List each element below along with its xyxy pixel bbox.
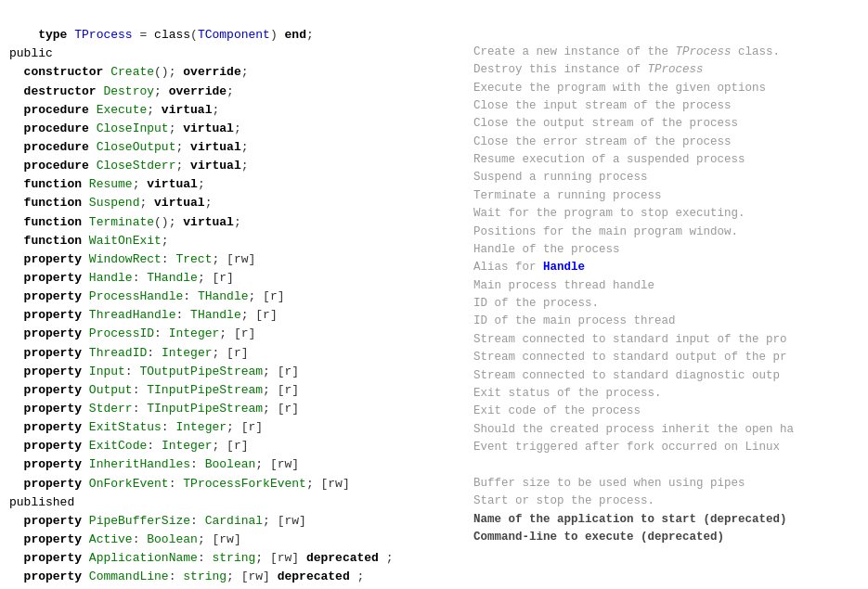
comment-7: Close the output stream of the process [473,115,859,133]
line-13: property WindowRect: Trect; [rw] [9,252,255,266]
line-26: published [9,495,74,509]
line-11: function Terminate(); virtual; [9,215,241,229]
comment-9: Resume execution of a suspended process [473,151,859,169]
line-4: destructor Destroy; override; [9,84,234,98]
line-9: function Resume; virtual; [9,177,205,191]
line-19: property Input: TOutputPipeStream; [r] [9,365,299,378]
line-15: property ProcessHandle: THandle; [r] [9,289,285,303]
line-23: property ExitCode: Integer; [r] [9,439,249,453]
comment-13: Positions for the main program window. [473,224,859,241]
line-12: function WaitOnExit; [9,234,169,248]
comment-30: Command-line to execute (deprecated) [473,529,859,546]
comment-4: Destroy this instance of TProcess [473,61,859,79]
line-3: constructor Create(); override; [9,65,249,79]
comment-6: Close the input stream of the process [473,97,859,115]
line-8: procedure CloseStderr; virtual; [9,159,249,173]
comment-23: Exit code of the process [473,403,859,420]
code-view: type TProcess = class(TComponent) end; p… [0,0,868,589]
comment-27: Buffer size to be used when using pipes [473,475,859,493]
line-14: property Handle: THandle; [r] [9,271,234,285]
comment-19: Stream connected to standard input of th… [473,331,859,349]
line-22: property ExitStatus: Integer; [r] [9,420,263,434]
line-1: type TProcess = class(TComponent) end; [38,28,314,42]
line-17: property ProcessID: Integer; [r] [9,327,255,340]
comment-2 [473,25,859,43]
comment-16: Main process thread handle [473,277,859,295]
line-5: procedure Execute; virtual; [9,103,219,117]
code-left: type TProcess = class(TComponent) end; p… [0,7,464,589]
line-21: property Stderr: TInputPipeStream; [r] [9,402,299,416]
line-2: public [9,46,53,60]
comment-25: Event triggered after fork occurred on L… [473,439,859,456]
comment-14: Handle of the process [473,241,859,259]
line-6: procedure CloseInput; virtual; [9,122,241,135]
line-25: property OnForkEvent: TProcessForkEvent;… [9,477,350,491]
comment-22: Exit status of the process. [473,385,859,403]
comment-15: Alias for Handle [473,259,859,276]
comment-12: Wait for the program to stop executing. [473,205,859,223]
comment-5: Execute the program with the given optio… [473,80,859,97]
line-20: property Output: TInputPipeStream; [r] [9,383,299,397]
comment-18: ID of the main process thread [473,313,859,330]
comment-29: Name of the application to start (deprec… [473,511,859,529]
line-30: property CommandLine: string; [rw] depre… [9,570,364,583]
comment-3: Create a new instance of the TProcess cl… [473,44,859,61]
comment-21: Stream connected to standard diagnostic … [473,367,859,385]
comment-28: Start or stop the process. [473,493,859,510]
line-29: property ApplicationName: string; [rw] d… [9,551,394,565]
comment-24: Should the created process inherit the o… [473,421,859,439]
line-7: procedure CloseOutput; virtual; [9,140,249,154]
comment-8: Close the error stream of the process [473,134,859,151]
comment-10: Suspend a running process [473,169,859,186]
line-10: function Suspend; virtual; [9,196,212,210]
line-24: property InheritHandles: Boolean; [rw] [9,457,299,471]
code-right: Create a new instance of the TProcess cl… [464,7,868,589]
line-16: property ThreadHandle: THandle; [r] [9,308,278,322]
line-28: property Active: Boolean; [rw] [9,532,241,546]
comment-1 [473,7,859,25]
comment-11: Terminate a running process [473,187,859,205]
comment-20: Stream connected to standard output of t… [473,349,859,366]
comment-26 [473,456,859,474]
line-18: property ThreadID: Integer; [r] [9,346,249,360]
comment-17: ID of the process. [473,295,859,313]
line-27: property PipeBufferSize: Cardinal; [rw] [9,514,306,528]
